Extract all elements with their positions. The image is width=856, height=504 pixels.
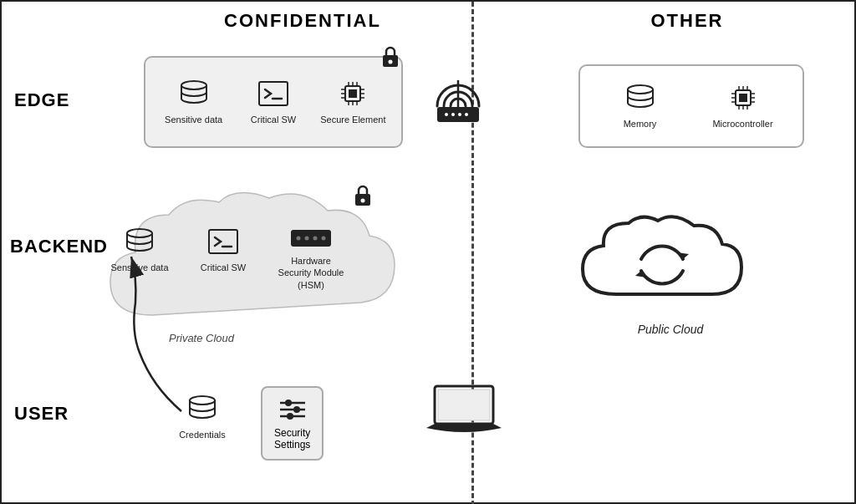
microcontroller-chip-icon [727,82,759,114]
svg-point-46 [313,237,318,241]
public-cloud-label: Public Cloud [570,323,771,336]
backend-critical-sw-label: Critical SW [201,262,246,273]
row-label-edge: EDGE [14,89,69,111]
backend-sensitive-label: Sensitive data [110,262,168,273]
edge-confidential-box: Sensitive data Critical SW [144,56,403,148]
edge-sensitive-data: Sensitive data [160,78,227,125]
edge-critical-sw-label: Critical SW [251,114,296,125]
svg-point-47 [322,237,326,241]
svg-point-21 [451,113,455,116]
security-settings-label: SecuritySettings [274,427,310,451]
backend-database-icon [124,226,155,257]
edge-other-box: Memory Microcontroller [578,64,804,148]
svg-point-40 [127,229,152,237]
security-settings-box[interactable]: SecuritySettings [261,386,324,461]
svg-rect-1 [259,82,288,105]
credentials-label: Credentials [179,429,226,440]
svg-point-53 [190,396,215,405]
public-cloud: Public Cloud [570,211,771,336]
backend-terminal-icon [207,226,239,257]
svg-point-59 [287,413,293,420]
edge-critical-sw: Critical SW [240,78,307,125]
public-cloud-icon [570,211,754,319]
svg-point-0 [181,81,206,89]
diagram: CONFIDENTIAL OTHER EDGE BACKEND USER Sen… [0,0,856,504]
other-microcontroller: Microcontroller [710,82,777,130]
laptop-icon [426,382,502,440]
svg-point-58 [293,406,300,413]
svg-rect-27 [739,94,747,102]
backend-hsm-label: Hardware Security Module (HSM) [273,255,349,291]
header-confidential: CONFIDENTIAL [152,10,453,32]
svg-point-20 [445,113,448,116]
svg-point-23 [465,113,468,116]
svg-point-22 [458,113,461,116]
settings-sliders-icon [277,396,308,423]
svg-rect-4 [349,89,357,98]
edge-secure-element: Secure Element [319,78,386,125]
user-items: Credentials SecuritySettings [169,386,324,461]
svg-point-18 [389,60,393,64]
other-microcontroller-label: Microcontroller [712,118,772,130]
header-other: OTHER [570,10,804,32]
edge-secure-element-label: Secure Element [320,114,385,125]
chip-icon [337,78,369,109]
hsm-icon [290,226,332,251]
svg-point-25 [628,85,653,94]
memory-database-icon [624,82,656,114]
svg-point-45 [305,237,309,241]
router-edge [425,60,492,135]
credentials-database-icon [186,393,218,425]
row-label-user: USER [14,403,69,425]
laptop-bottom [426,382,502,440]
private-cloud-label: Private Cloud [169,332,234,344]
other-memory-label: Memory [624,118,657,130]
svg-rect-41 [209,230,237,253]
user-credentials: Credentials [169,393,236,440]
svg-rect-61 [438,389,490,420]
database-icon [178,78,210,109]
edge-sensitive-label: Sensitive data [165,114,222,125]
backend-sensitive-data: Sensitive data [106,226,173,273]
backend-items: Sensitive data Critical SW Hardware Secu… [106,226,349,291]
svg-point-57 [285,400,292,406]
lock-backend-icon [353,184,373,207]
backend-critical-sw: Critical SW [190,226,257,273]
svg-point-44 [297,237,301,241]
lock-edge-icon [380,45,400,69]
terminal-icon [257,78,289,109]
backend-hsm: Hardware Security Module (HSM) [273,226,349,291]
other-memory: Memory [607,82,674,130]
svg-point-49 [361,199,365,203]
